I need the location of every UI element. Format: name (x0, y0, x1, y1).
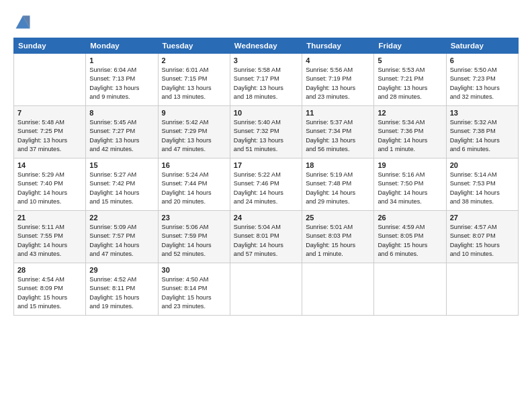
col-header-tuesday: Tuesday (158, 38, 230, 54)
cell-info: Sunrise: 5:48 AMSunset: 7:25 PMDaylight:… (17, 118, 82, 154)
day-number: 10 (234, 109, 298, 117)
day-number: 16 (162, 161, 226, 169)
calendar-cell: 14Sunrise: 5:29 AMSunset: 7:40 PMDayligh… (14, 158, 86, 211)
calendar-cell: 5Sunrise: 5:53 AMSunset: 7:21 PMDaylight… (374, 54, 446, 106)
cell-info: Sunrise: 5:37 AMSunset: 7:34 PMDaylight:… (306, 118, 370, 154)
calendar-cell: 17Sunrise: 5:22 AMSunset: 7:46 PMDayligh… (230, 158, 302, 211)
cell-info: Sunrise: 5:53 AMSunset: 7:21 PMDaylight:… (378, 66, 442, 101)
calendar-cell (230, 263, 302, 316)
day-number: 30 (162, 266, 226, 274)
logo-icon (13, 12, 32, 31)
calendar-cell: 3Sunrise: 5:58 AMSunset: 7:17 PMDaylight… (230, 54, 302, 106)
cell-info: Sunrise: 5:09 AMSunset: 7:57 PMDaylight:… (89, 223, 154, 259)
day-number: 3 (234, 56, 298, 64)
day-number: 8 (89, 109, 154, 117)
week-row-2: 7Sunrise: 5:48 AMSunset: 7:25 PMDaylight… (14, 106, 519, 158)
cell-info: Sunrise: 4:50 AMSunset: 8:14 PMDaylight:… (162, 275, 226, 311)
calendar-cell (14, 54, 86, 106)
col-header-wednesday: Wednesday (230, 38, 302, 54)
calendar-cell: 8Sunrise: 5:45 AMSunset: 7:27 PMDaylight… (86, 106, 158, 158)
calendar-cell: 4Sunrise: 5:56 AMSunset: 7:19 PMDaylight… (302, 54, 374, 106)
cell-info: Sunrise: 5:32 AMSunset: 7:38 PMDaylight:… (450, 118, 515, 154)
calendar-table: SundayMondayTuesdayWednesdayThursdayFrid… (13, 38, 519, 316)
cell-info: Sunrise: 5:29 AMSunset: 7:40 PMDaylight:… (17, 171, 82, 206)
calendar-cell: 19Sunrise: 5:16 AMSunset: 7:50 PMDayligh… (374, 158, 446, 211)
cell-info: Sunrise: 6:04 AMSunset: 7:13 PMDaylight:… (89, 66, 154, 101)
calendar-cell: 16Sunrise: 5:24 AMSunset: 7:44 PMDayligh… (158, 158, 230, 211)
day-number: 21 (17, 214, 82, 222)
col-header-saturday: Saturday (446, 38, 518, 54)
cell-info: Sunrise: 5:14 AMSunset: 7:53 PMDaylight:… (450, 171, 515, 206)
cell-info: Sunrise: 4:52 AMSunset: 8:11 PMDaylight:… (89, 275, 154, 311)
day-number: 5 (378, 56, 442, 64)
cell-info: Sunrise: 4:54 AMSunset: 8:09 PMDaylight:… (17, 275, 82, 311)
day-number: 23 (162, 214, 226, 222)
cell-info: Sunrise: 4:57 AMSunset: 8:07 PMDaylight:… (450, 223, 515, 259)
calendar-cell: 26Sunrise: 4:59 AMSunset: 8:05 PMDayligh… (374, 211, 446, 263)
cell-info: Sunrise: 4:59 AMSunset: 8:05 PMDaylight:… (378, 223, 442, 259)
day-number: 14 (17, 161, 82, 169)
day-number: 4 (306, 56, 370, 64)
day-number: 1 (89, 56, 154, 64)
day-number: 29 (89, 266, 154, 274)
day-number: 11 (306, 109, 370, 117)
cell-info: Sunrise: 5:42 AMSunset: 7:29 PMDaylight:… (162, 118, 226, 154)
col-header-monday: Monday (86, 38, 158, 54)
week-row-1: 1Sunrise: 6:04 AMSunset: 7:13 PMDaylight… (14, 54, 519, 106)
day-number: 19 (378, 161, 442, 169)
logo (13, 12, 35, 31)
calendar-cell: 12Sunrise: 5:34 AMSunset: 7:36 PMDayligh… (374, 106, 446, 158)
day-number: 25 (306, 214, 370, 222)
calendar-cell: 9Sunrise: 5:42 AMSunset: 7:29 PMDaylight… (158, 106, 230, 158)
day-number: 22 (89, 214, 154, 222)
day-number: 24 (234, 214, 298, 222)
day-number: 26 (378, 214, 442, 222)
calendar-cell: 6Sunrise: 5:50 AMSunset: 7:23 PMDaylight… (446, 54, 518, 106)
calendar-cell: 11Sunrise: 5:37 AMSunset: 7:34 PMDayligh… (302, 106, 374, 158)
calendar-cell (374, 263, 446, 316)
calendar-cell: 10Sunrise: 5:40 AMSunset: 7:32 PMDayligh… (230, 106, 302, 158)
calendar-cell (302, 263, 374, 316)
day-number: 2 (162, 56, 226, 64)
cell-info: Sunrise: 5:04 AMSunset: 8:01 PMDaylight:… (234, 223, 298, 259)
day-number: 13 (450, 109, 515, 117)
header (13, 12, 519, 31)
calendar-cell: 30Sunrise: 4:50 AMSunset: 8:14 PMDayligh… (158, 263, 230, 316)
calendar-cell: 2Sunrise: 6:01 AMSunset: 7:15 PMDaylight… (158, 54, 230, 106)
calendar-cell: 20Sunrise: 5:14 AMSunset: 7:53 PMDayligh… (446, 158, 518, 211)
day-number: 12 (378, 109, 442, 117)
calendar-cell: 24Sunrise: 5:04 AMSunset: 8:01 PMDayligh… (230, 211, 302, 263)
cell-info: Sunrise: 5:40 AMSunset: 7:32 PMDaylight:… (234, 118, 298, 154)
calendar-cell: 7Sunrise: 5:48 AMSunset: 7:25 PMDaylight… (14, 106, 86, 158)
calendar-cell: 22Sunrise: 5:09 AMSunset: 7:57 PMDayligh… (86, 211, 158, 263)
col-header-friday: Friday (374, 38, 446, 54)
cell-info: Sunrise: 5:50 AMSunset: 7:23 PMDaylight:… (450, 66, 515, 101)
day-number: 6 (450, 56, 515, 64)
calendar-cell: 1Sunrise: 6:04 AMSunset: 7:13 PMDaylight… (86, 54, 158, 106)
cell-info: Sunrise: 5:19 AMSunset: 7:48 PMDaylight:… (306, 171, 370, 206)
day-number: 7 (17, 109, 82, 117)
cell-info: Sunrise: 5:27 AMSunset: 7:42 PMDaylight:… (89, 171, 154, 206)
cell-info: Sunrise: 5:45 AMSunset: 7:27 PMDaylight:… (89, 118, 154, 154)
calendar-cell: 28Sunrise: 4:54 AMSunset: 8:09 PMDayligh… (14, 263, 86, 316)
calendar-cell: 29Sunrise: 4:52 AMSunset: 8:11 PMDayligh… (86, 263, 158, 316)
calendar-cell: 21Sunrise: 5:11 AMSunset: 7:55 PMDayligh… (14, 211, 86, 263)
calendar-cell: 13Sunrise: 5:32 AMSunset: 7:38 PMDayligh… (446, 106, 518, 158)
page-container: SundayMondayTuesdayWednesdayThursdayFrid… (0, 0, 532, 324)
cell-info: Sunrise: 5:11 AMSunset: 7:55 PMDaylight:… (17, 223, 82, 259)
calendar-cell: 27Sunrise: 4:57 AMSunset: 8:07 PMDayligh… (446, 211, 518, 263)
cell-info: Sunrise: 5:01 AMSunset: 8:03 PMDaylight:… (306, 223, 370, 259)
day-number: 9 (162, 109, 226, 117)
calendar-cell: 23Sunrise: 5:06 AMSunset: 7:59 PMDayligh… (158, 211, 230, 263)
cell-info: Sunrise: 5:56 AMSunset: 7:19 PMDaylight:… (306, 66, 370, 101)
cell-info: Sunrise: 6:01 AMSunset: 7:15 PMDaylight:… (162, 66, 226, 101)
cell-info: Sunrise: 5:58 AMSunset: 7:17 PMDaylight:… (234, 66, 298, 101)
col-header-sunday: Sunday (14, 38, 86, 54)
day-number: 18 (306, 161, 370, 169)
week-row-3: 14Sunrise: 5:29 AMSunset: 7:40 PMDayligh… (14, 158, 519, 211)
day-number: 28 (17, 266, 82, 274)
cell-info: Sunrise: 5:06 AMSunset: 7:59 PMDaylight:… (162, 223, 226, 259)
cell-info: Sunrise: 5:24 AMSunset: 7:44 PMDaylight:… (162, 171, 226, 206)
day-number: 27 (450, 214, 515, 222)
calendar-cell (446, 263, 518, 316)
